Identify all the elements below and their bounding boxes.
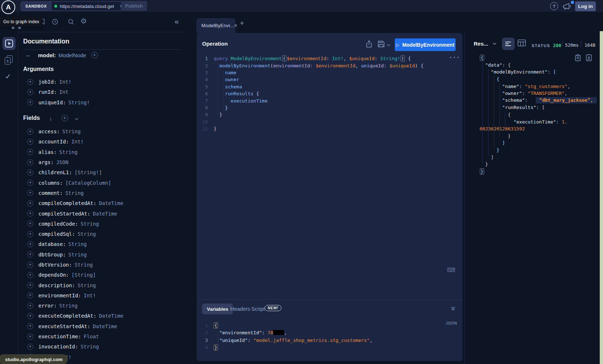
field-name[interactable]: compiledSql:: [38, 231, 75, 237]
add-field-icon[interactable]: +: [27, 344, 33, 350]
code-line[interactable]: 7 executionTime: [197, 97, 423, 104]
field-type[interactable]: DateTime: [99, 313, 123, 319]
field-name[interactable]: environmentId:: [38, 293, 81, 298]
tab-close-icon[interactable]: ×: [234, 22, 237, 29]
add-field-icon[interactable]: +: [27, 251, 33, 258]
add-field-icon[interactable]: +: [27, 139, 33, 145]
field-type[interactable]: String: [68, 252, 87, 258]
field-type[interactable]: String: [59, 303, 78, 309]
field-name[interactable]: accountId:: [38, 139, 69, 145]
field-name[interactable]: alias:: [38, 149, 57, 155]
add-field-icon[interactable]: +: [27, 170, 33, 176]
code-line[interactable]: 1 {: [197, 322, 372, 329]
add-argument-icon[interactable]: +: [27, 99, 33, 105]
new-tab-icon[interactable]: +: [240, 19, 244, 28]
tab-headers[interactable]: Headers: [230, 306, 250, 312]
field-name[interactable]: compileStartedAt:: [38, 211, 90, 217]
table-view-toggle-icon[interactable]: [518, 39, 526, 48]
argument-name[interactable]: runId:: [38, 89, 57, 95]
field-type[interactable]: String: [81, 221, 99, 227]
field-type[interactable]: String: [75, 262, 93, 268]
field-name[interactable]: access:: [38, 129, 60, 134]
add-field-icon[interactable]: +: [27, 210, 33, 217]
field-name[interactable]: columns:: [38, 180, 63, 186]
field-type[interactable]: DateTime: [93, 323, 117, 329]
add-field-icon[interactable]: +: [27, 313, 33, 319]
field-type-link[interactable]: ModelNode: [58, 52, 86, 58]
field-name[interactable]: executionTime:: [38, 334, 81, 339]
field-name[interactable]: childrenL1:: [38, 170, 72, 175]
argument-type[interactable]: Int!: [59, 79, 72, 85]
code-line[interactable]: 1 query ModelByEnvironment($environmentI…: [197, 55, 423, 62]
endpoint-url-input[interactable]: https://metadata.cloud.get: [60, 4, 117, 9]
argument-name[interactable]: jobId:: [38, 79, 57, 85]
field-type[interactable]: String: [65, 190, 84, 196]
add-field-icon[interactable]: +: [27, 282, 33, 288]
add-field-icon[interactable]: +: [27, 292, 33, 298]
collapse-panel-icon[interactable]: «: [175, 17, 179, 26]
add-argument-icon[interactable]: +: [27, 89, 33, 95]
field-name[interactable]: comment:: [38, 190, 63, 196]
code-line[interactable]: 2 modelByEnvironment(environmentId: $env…: [197, 62, 423, 69]
field-name[interactable]: database:: [38, 241, 66, 247]
history-icon[interactable]: [52, 18, 58, 26]
endpoint-url-box[interactable]: https://metadata.cloud.get ⚙: [51, 2, 129, 11]
field-name[interactable]: compileCompletedAt:: [38, 200, 96, 206]
response-viewer[interactable]: { "data": { "modelByEnvironment": [ { "n…: [465, 54, 600, 175]
help-icon[interactable]: ?: [550, 2, 558, 10]
keyboard-shortcuts-icon[interactable]: ⌨: [447, 267, 455, 273]
share-operation-icon[interactable]: [366, 40, 372, 49]
tab-script[interactable]: Script: [251, 306, 265, 312]
code-line[interactable]: 4 owner: [197, 76, 423, 83]
publish-button[interactable]: Publish: [121, 1, 147, 11]
field-type[interactable]: JSON: [56, 159, 68, 165]
sidebar-item-schema[interactable]: ±: [5, 55, 14, 65]
add-field-icon[interactable]: +: [27, 190, 33, 196]
field-type[interactable]: String: [78, 283, 96, 288]
announcements-megaphone-icon[interactable]: [562, 2, 571, 12]
add-field-icon[interactable]: +: [27, 231, 33, 237]
field-type[interactable]: String: [81, 344, 99, 350]
field-name[interactable]: dependsOn:: [38, 272, 69, 278]
json-view-toggle-button[interactable]: [502, 38, 515, 50]
search-icon[interactable]: [68, 18, 74, 26]
field-type[interactable]: DateTime: [93, 211, 117, 217]
sort-fields-icon[interactable]: ↓: [49, 115, 52, 121]
run-operation-button[interactable]: ▷ ModelByEnvironment: [395, 38, 456, 51]
field-type[interactable]: [CatalogColumn]: [65, 180, 111, 186]
code-line[interactable]: 6 runResults {: [197, 90, 423, 97]
field-name[interactable]: compiledCode:: [38, 221, 78, 227]
field-type[interactable]: DateTime: [99, 200, 123, 206]
sidebar-item-explorer[interactable]: [3, 37, 16, 50]
add-field-icon[interactable]: +: [27, 180, 33, 186]
apollo-logo[interactable]: A: [1, 0, 15, 14]
code-line[interactable]: 5 schema: [197, 83, 423, 90]
add-field-icon[interactable]: +: [27, 303, 33, 309]
field-type[interactable]: String: [62, 129, 81, 134]
field-name[interactable]: error:: [38, 303, 57, 309]
code-line[interactable]: 11 }: [197, 125, 423, 132]
code-line[interactable]: 3 "uniqueId": "model.jaffle_shop_metrics…: [197, 336, 372, 344]
field-type[interactable]: [String]: [71, 272, 96, 278]
variables-editor[interactable]: 1 { 2 "environmentId": 78, 3 "uniqueId":…: [197, 322, 372, 351]
code-line[interactable]: 10: [197, 118, 423, 125]
field-name[interactable]: dbtVersion:: [38, 262, 72, 268]
field-type[interactable]: Int!: [71, 139, 84, 145]
field-name[interactable]: executeCompletedAt:: [38, 313, 96, 319]
fields-chevron-down-icon[interactable]: [75, 116, 78, 120]
code-line[interactable]: 2 "environmentId": 78,: [197, 329, 372, 337]
add-argument-icon[interactable]: +: [27, 79, 33, 85]
add-field-icon[interactable]: +: [27, 221, 33, 227]
field-type[interactable]: Int!: [84, 293, 96, 298]
field-name[interactable]: invocationId:: [38, 344, 78, 350]
response-dropdown[interactable]: Res...: [474, 41, 496, 47]
sidebar-item-checks[interactable]: ✓: [5, 72, 11, 81]
add-field-icon[interactable]: +: [27, 159, 33, 166]
save-operation-icon[interactable]: [378, 41, 385, 49]
field-type[interactable]: String: [59, 149, 78, 155]
argument-name[interactable]: uniqueId:: [38, 100, 66, 105]
code-line[interactable]: 8 }: [197, 104, 423, 111]
add-all-fields-icon[interactable]: +: [62, 115, 68, 121]
add-field-icon[interactable]: +: [91, 52, 98, 58]
field-name[interactable]: executeStartedAt:: [38, 323, 90, 329]
